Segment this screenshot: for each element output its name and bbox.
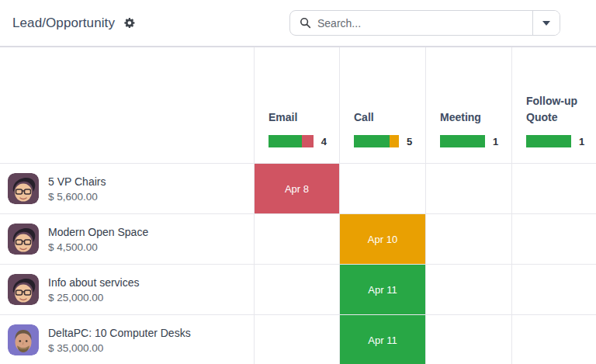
activity-cell-email[interactable]: Apr 8 [255, 164, 340, 214]
lead-amount: $ 4,500.00 [48, 241, 148, 253]
search-bar [289, 10, 560, 36]
lead-amount: $ 5,600.00 [48, 191, 106, 203]
activity-cell-email[interactable] [255, 214, 340, 265]
lead-name: Modern Open Space [48, 225, 148, 239]
progress-segment[interactable] [269, 135, 302, 147]
column-summary: 1 [440, 135, 499, 147]
page-title: Lead/Opportunity [12, 16, 115, 31]
column-label: Follow-up Quote [526, 93, 584, 125]
column-label: Email [269, 109, 327, 125]
progress-bar-follow-up-quote[interactable] [526, 135, 571, 147]
column-header-follow-up-quote[interactable]: Follow-up Quote 1 [512, 47, 596, 164]
lead-row-info-about-services[interactable]: Info about services $ 25,000.00 [0, 265, 255, 315]
activity-date-badge[interactable]: Apr 8 [255, 164, 339, 213]
lead-name: 5 VP Chairs [48, 175, 106, 189]
column-header-call[interactable]: Call 5 [340, 47, 426, 164]
avatar [8, 224, 39, 255]
lead-info: DeltaPC: 10 Computer Desks $ 35,000.00 [48, 326, 191, 354]
activity-cell-follow-up-quote[interactable] [512, 214, 596, 265]
column-count: 1 [493, 136, 498, 147]
gear-icon [123, 17, 135, 29]
lead-name: DeltaPC: 10 Computer Desks [48, 326, 191, 340]
column-header-email[interactable]: Email 4 [255, 47, 340, 164]
activity-cell-meeting[interactable] [426, 315, 512, 364]
lead-amount: $ 35,000.00 [48, 342, 191, 354]
column-count: 4 [321, 136, 327, 147]
lead-amount: $ 25,000.00 [48, 292, 140, 303]
breadcrumb: Lead/Opportunity [12, 16, 137, 31]
activity-cell-meeting[interactable] [426, 214, 512, 265]
lead-row-modern-open-space[interactable]: Modern Open Space $ 4,500.00 [0, 214, 255, 265]
column-summary: 4 [269, 135, 327, 147]
progress-bar-email[interactable] [269, 135, 314, 147]
avatar [8, 173, 39, 204]
view-settings-button[interactable] [122, 16, 137, 30]
avatar [8, 324, 39, 355]
search-options-toggle[interactable] [533, 11, 560, 35]
activity-date-badge[interactable]: Apr 11 [340, 315, 425, 364]
lead-name: Info about services [48, 276, 140, 289]
activity-cell-call[interactable] [340, 164, 426, 214]
progress-segment[interactable] [440, 135, 485, 147]
avatar [8, 274, 39, 305]
progress-bar-call[interactable] [354, 135, 399, 147]
column-label: Meeting [440, 109, 499, 125]
activity-cell-call[interactable]: Apr 10 [340, 214, 426, 265]
lead-info: Modern Open Space $ 4,500.00 [48, 225, 148, 253]
column-summary: 5 [354, 135, 413, 147]
activity-cell-email[interactable] [255, 265, 340, 315]
progress-segment[interactable] [526, 135, 571, 147]
activity-cell-call[interactable]: Apr 11 [340, 315, 426, 364]
activity-cell-follow-up-quote[interactable] [512, 265, 596, 315]
column-count: 5 [407, 136, 412, 147]
column-header-meeting[interactable]: Meeting 1 [426, 47, 512, 164]
activity-cell-meeting[interactable] [426, 164, 512, 214]
search-icon [290, 17, 317, 29]
caret-down-icon [542, 21, 550, 26]
activity-date-badge[interactable]: Apr 11 [340, 265, 425, 314]
activity-cell-follow-up-quote[interactable] [512, 315, 596, 364]
column-label: Call [354, 109, 413, 125]
lead-row-deltapc-10-computer-desks[interactable]: DeltaPC: 10 Computer Desks $ 35,000.00 [0, 315, 255, 364]
activity-cell-email[interactable] [255, 315, 340, 364]
activity-cell-call[interactable]: Apr 11 [340, 265, 426, 315]
progress-bar-meeting[interactable] [440, 135, 485, 147]
lead-info: 5 VP Chairs $ 5,600.00 [48, 175, 106, 203]
lead-row-5-vp-chairs[interactable]: 5 VP Chairs $ 5,600.00 [0, 164, 255, 214]
activity-grid: Email 4 Call 5 Meeting 1 Follow-up Quote… [0, 47, 596, 364]
activity-cell-meeting[interactable] [426, 265, 512, 315]
activity-cell-follow-up-quote[interactable] [512, 164, 596, 214]
progress-segment[interactable] [390, 135, 399, 147]
lead-info: Info about services $ 25,000.00 [48, 276, 140, 303]
control-panel: Lead/Opportunity [0, 0, 596, 47]
header-corner-cell [0, 47, 255, 164]
column-summary: 1 [526, 135, 584, 147]
progress-segment[interactable] [302, 135, 313, 147]
search-input[interactable] [317, 11, 532, 35]
column-count: 1 [579, 136, 584, 147]
activity-date-badge[interactable]: Apr 10 [340, 214, 425, 264]
progress-segment[interactable] [354, 135, 390, 147]
